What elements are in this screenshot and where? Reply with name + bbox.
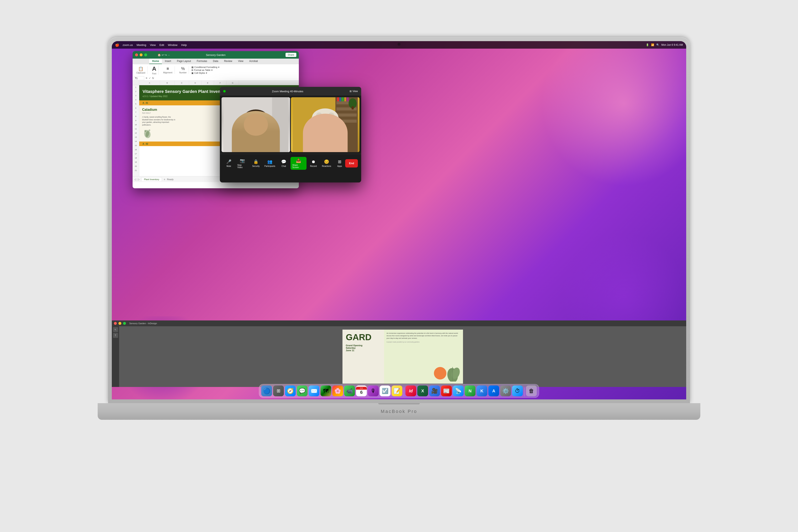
col-header-a: A [139,81,160,85]
ribbon-clipboard-group: 📋 Clipboard [134,66,148,74]
participants-icon: 👥 [267,159,272,164]
formula-input[interactable] [155,77,298,80]
dock-news-app[interactable]: 📰 [441,385,452,396]
indesign-maximize-button[interactable] [123,322,126,325]
cell-styles-item[interactable]: ▣ Cell Styles ▾ [191,72,220,74]
excel-tab-home[interactable]: Home [149,59,162,64]
dock-finder[interactable]: 🔵 [261,385,272,396]
sheet-add-button[interactable]: + [164,178,165,181]
row-number-17: 17 [133,152,139,156]
clipboard-label: Clipboard [136,72,145,74]
dock-launchpad[interactable]: ⊞ [273,385,284,396]
maximize-button[interactable] [144,53,147,56]
excel-tab-formulas[interactable]: Formulas [194,59,210,64]
dock-safari[interactable]: 🧭 [285,385,296,396]
zoom-view-grid-icon: ⊞ [349,90,352,93]
dock-calendar[interactable]: SUN 6 [356,385,367,396]
excel-tab-data[interactable]: Data [210,59,221,64]
indesign-minimize-button[interactable] [118,322,121,325]
indesign-close-button[interactable] [114,322,117,325]
close-button[interactable] [135,53,138,56]
svg-rect-50 [321,136,329,137]
conditional-formatting-icon: ▦ [191,66,193,69]
cell-reference-input[interactable] [134,76,144,80]
dock-system-preferences[interactable]: ⚙️ [500,385,511,396]
excel-tab-acrobat[interactable]: Acrobat [246,59,261,64]
indesign-canvas[interactable]: GARD Grand Opening SaturdayJune 11 A [119,326,686,387]
format-as-table-item[interactable]: ⊞ Format as Table ▾ [191,69,220,72]
excel-share-button[interactable]: Share [286,53,296,57]
excel-tab-review[interactable]: Review [221,59,235,64]
dock-excel-app[interactable]: X [417,385,428,396]
macbook-lid: 🍎 zoom.us Meeting View Edit Window Help … [108,37,690,403]
dock-facetime[interactable]: 📹 [344,385,355,396]
menubar-view[interactable]: View [150,43,156,46]
clipboard-icon: 📋 [138,66,144,71]
excel-tab-pagelayout[interactable]: Page Layout [174,59,194,64]
dock-screen-time-app[interactable]: ⏱ [512,385,523,396]
row-number-11: 11 [133,127,139,131]
participant-1-video [222,97,290,152]
dock-numbers-app[interactable]: N [465,385,475,396]
indesign-window[interactable]: Sensory Garden - InDesign ↖ T [112,320,686,387]
apps-icon: ⊞ [338,159,341,164]
menubar-app-name[interactable]: zoom.us [122,43,133,46]
zoom-participants-button[interactable]: 👥 Participants [263,158,277,169]
keynote-icon: K [480,388,483,393]
appstore-icon: A [492,388,495,393]
dock-indesign-app[interactable]: Id [405,385,416,396]
dock-notes[interactable]: 📝 [392,385,402,396]
svg-point-42 [316,112,322,118]
indesign-right-content: An immersive experience celebrating the … [384,329,463,384]
zoom-chat-button[interactable]: 💬 Chat [278,158,289,169]
zoom-end-button[interactable]: End [345,159,358,168]
zoom-stop-video-button[interactable]: 📷 Stop Video [236,157,249,170]
search-icon[interactable]: 🔍 [656,43,659,46]
zoom-security-button[interactable]: 🔒 Security [250,158,262,169]
sheet-scroll-left[interactable]: ◁ [134,178,136,181]
dock-zoom-app[interactable]: 🎥 [429,385,440,396]
dock-photos[interactable]: 🌸 [332,385,343,396]
zoom-record-button[interactable]: ⏺ Record [308,158,319,169]
zoom-view-button[interactable]: ⊞ View [349,90,358,93]
number-label: Number [179,72,187,74]
dock-airdrop-app[interactable]: 📡 [453,385,463,396]
conditional-formatting-item[interactable]: ▦ Conditional Formatting ▾ [191,66,220,69]
menubar-edit[interactable]: Edit [159,43,164,46]
cell-styles-icon: ▣ [191,72,193,74]
minimize-button[interactable] [140,53,142,56]
menubar-meeting[interactable]: Meeting [136,43,146,46]
svg-rect-13 [272,97,288,152]
zoom-titlebar: Zoom Meeting 40-Minutes ⊞ View [220,87,361,96]
format-table-chevron: ▾ [211,69,213,72]
excel-tab-view[interactable]: View [235,59,246,64]
apple-menu-icon[interactable]: 🍎 [115,43,119,47]
menubar-window[interactable]: Window [168,43,177,46]
zoom-reactions-button[interactable]: 😊 Reactions [320,158,333,169]
menubar-help[interactable]: Help [181,43,187,46]
indesign-tool-select[interactable]: ↖ [113,327,118,332]
zoom-mute-button[interactable]: 🎤 Mute [223,158,234,169]
dock-appstore-app[interactable]: A [488,385,499,396]
dock-trash[interactable]: 🗑 [526,385,537,396]
dock-reminders[interactable]: ☑️ [380,385,391,396]
zoom-window[interactable]: Zoom Meeting 40-Minutes ⊞ View [220,87,361,183]
svg-rect-46 [327,126,335,131]
dock-keynote-app[interactable]: K [476,385,487,396]
svg-point-14 [235,142,276,152]
svg-point-49 [330,127,332,130]
dock-maps[interactable]: 🗺 [320,385,331,396]
dock-messages[interactable]: 💬 [297,385,308,396]
sheet-scroll-right[interactable]: ▷ [138,178,140,181]
dock-podcasts[interactable]: 🎙 [368,385,379,396]
excel-tab-insert[interactable]: Insert [162,59,174,64]
dock-mail[interactable]: ✉️ [309,385,319,396]
video-icon: 📷 [240,158,245,163]
indesign-event-title: Grand Opening [346,344,381,347]
zoom-apps-button[interactable]: ⊞ Apps [334,158,345,169]
indesign-tool-text[interactable]: T [113,333,118,338]
indesign-footer-note: A project made possible by our community… [386,341,460,343]
sheet-tab-plant-inventory[interactable]: Plant Inventory [141,177,162,181]
macbook-pro: 🍎 zoom.us Meeting View Edit Window Help … [108,37,690,495]
zoom-share-screen-button[interactable]: 📤 Share Screen [290,157,306,170]
